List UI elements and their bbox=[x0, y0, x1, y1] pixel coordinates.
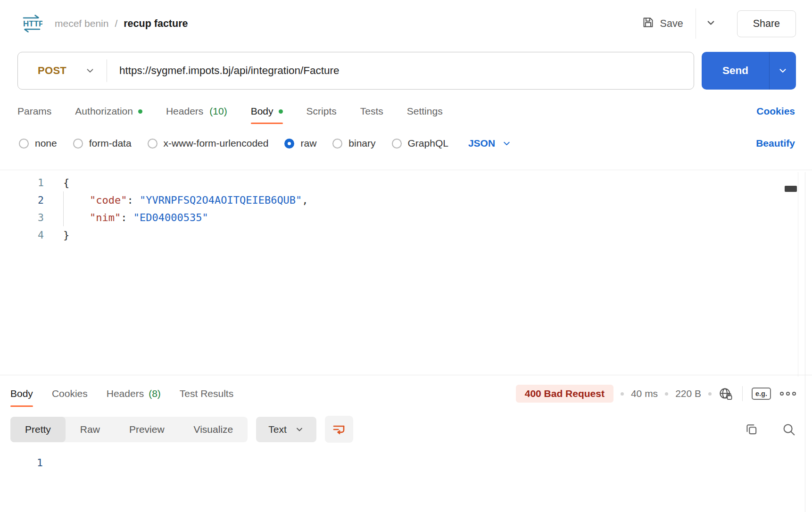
code-token: : bbox=[121, 212, 133, 223]
search-response-icon[interactable] bbox=[782, 422, 796, 437]
tab-headers-label: Headers bbox=[166, 106, 203, 117]
response-format-value: Text bbox=[268, 424, 287, 435]
meta-divider bbox=[742, 386, 743, 401]
copy-response-icon[interactable] bbox=[745, 422, 758, 436]
header-divider bbox=[696, 8, 696, 39]
response-meta: 400 Bad Request 40 ms 220 B e.g. bbox=[516, 385, 798, 403]
response-view-tabs: Pretty Raw Preview Visualize bbox=[10, 417, 248, 442]
response-toolbar: Pretty Raw Preview Visualize Text bbox=[0, 403, 812, 443]
breadcrumb-separator: / bbox=[115, 18, 117, 29]
editor-scrollbar-thumb[interactable] bbox=[785, 186, 797, 192]
example-badge[interactable]: e.g. bbox=[752, 388, 771, 400]
code-line: 3 "nim": "ED04000535" bbox=[0, 209, 812, 226]
tab-scripts[interactable]: Scripts bbox=[307, 106, 337, 117]
view-tab-raw[interactable]: Raw bbox=[66, 417, 115, 442]
cookies-link[interactable]: Cookies bbox=[756, 106, 795, 117]
code-token-value: "YVRNPFSQ2O4AOITQEIEB6QUB" bbox=[140, 194, 302, 206]
tab-body[interactable]: Body bbox=[251, 106, 283, 117]
tab-scripts-label: Scripts bbox=[307, 106, 337, 117]
code-line: 4 } bbox=[0, 226, 812, 244]
wrap-lines-button[interactable] bbox=[325, 416, 353, 443]
radio-none-label: none bbox=[35, 138, 57, 149]
radio-raw[interactable]: raw bbox=[284, 138, 316, 149]
share-button[interactable]: Share bbox=[737, 10, 796, 37]
request-header: HTTP mecef benin / recup facture Save Sh… bbox=[0, 0, 812, 47]
beautify-link[interactable]: Beautify bbox=[756, 138, 795, 149]
breadcrumb: mecef benin / recup facture bbox=[55, 18, 188, 30]
url-builder: POST bbox=[17, 52, 694, 90]
line-wrap-icon bbox=[331, 423, 346, 436]
line-number: 1 bbox=[0, 177, 44, 189]
view-tab-preview[interactable]: Preview bbox=[115, 417, 179, 442]
body-status-dot bbox=[279, 109, 283, 114]
radio-x-www-form-urlencoded[interactable]: x-www-form-urlencoded bbox=[148, 138, 269, 149]
radio-circle bbox=[19, 139, 29, 149]
response-format-selector[interactable]: Text bbox=[256, 417, 316, 442]
authorization-status-dot bbox=[138, 109, 142, 114]
meta-separator-dot bbox=[665, 392, 668, 396]
breadcrumb-request-name[interactable]: recup facture bbox=[124, 18, 188, 30]
radio-graphql[interactable]: GraphQL bbox=[392, 138, 448, 149]
response-headers-count-badge: (8) bbox=[149, 388, 161, 399]
save-options-chevron-button[interactable] bbox=[703, 15, 719, 33]
tab-tests[interactable]: Tests bbox=[360, 106, 383, 117]
method-selector[interactable]: POST bbox=[18, 65, 107, 77]
radio-urlencoded-label: x-www-form-urlencoded bbox=[164, 138, 269, 149]
tab-settings[interactable]: Settings bbox=[407, 106, 443, 117]
url-input[interactable] bbox=[107, 65, 694, 77]
view-tab-visualize[interactable]: Visualize bbox=[179, 417, 248, 442]
radio-circle bbox=[392, 139, 402, 149]
response-actions bbox=[745, 422, 796, 437]
http-request-logo-icon: HTTP bbox=[21, 14, 42, 33]
network-info-icon[interactable] bbox=[719, 387, 733, 401]
radio-binary-label: binary bbox=[348, 138, 375, 149]
line-number: 4 bbox=[0, 229, 44, 241]
radio-form-data-label: form-data bbox=[89, 138, 132, 149]
breadcrumb-collection[interactable]: mecef benin bbox=[55, 18, 108, 29]
response-time: 40 ms bbox=[631, 388, 658, 399]
code-line: 2 "code": "YVRNPFSQ2O4AOITQEIEB6QUB", bbox=[0, 191, 812, 209]
send-button[interactable]: Send bbox=[702, 52, 769, 90]
language-selector[interactable]: JSON bbox=[468, 138, 512, 149]
response-header: Body Cookies Headers (8) Test Results 40… bbox=[0, 375, 812, 403]
app-window: HTTP mecef benin / recup facture Save Sh… bbox=[0, 0, 812, 512]
indent-guide bbox=[63, 209, 90, 226]
request-tabs: Params Authorization Headers (10) Body S… bbox=[0, 90, 812, 117]
response-tab-body[interactable]: Body bbox=[10, 388, 33, 399]
radio-circle bbox=[73, 139, 83, 149]
tab-authorization[interactable]: Authorization bbox=[75, 106, 142, 117]
response-tab-headers[interactable]: Headers (8) bbox=[107, 388, 161, 399]
save-button[interactable]: Save bbox=[642, 16, 683, 32]
radio-binary[interactable]: binary bbox=[332, 138, 375, 149]
response-tab-body-label: Body bbox=[10, 388, 33, 399]
tab-authorization-label: Authorization bbox=[75, 106, 133, 117]
response-tab-test-results[interactable]: Test Results bbox=[180, 388, 233, 399]
tab-params-label: Params bbox=[17, 106, 51, 117]
code-token: : bbox=[127, 194, 140, 206]
radio-form-data[interactable]: form-data bbox=[73, 138, 132, 149]
view-tab-pretty[interactable]: Pretty bbox=[10, 417, 66, 442]
tab-body-label: Body bbox=[251, 106, 273, 117]
line-number-active: 1 bbox=[0, 457, 43, 469]
http-logo-label: HTTP bbox=[23, 19, 42, 28]
response-tab-cookies[interactable]: Cookies bbox=[52, 388, 88, 399]
request-body-editor[interactable]: 1 { 2 "code": "YVRNPFSQ2O4AOITQEIEB6QUB"… bbox=[0, 170, 812, 375]
radio-raw-label: raw bbox=[300, 138, 316, 149]
response-section: Body Cookies Headers (8) Test Results 40… bbox=[0, 375, 812, 471]
chevron-down-icon bbox=[502, 139, 512, 149]
send-options-chevron-button[interactable] bbox=[769, 52, 796, 90]
response-body-viewer[interactable]: 1 bbox=[0, 443, 812, 471]
tab-params[interactable]: Params bbox=[17, 106, 51, 117]
chevron-down-icon bbox=[778, 66, 788, 76]
chevron-down-icon bbox=[295, 425, 304, 434]
status-badge[interactable]: 400 Bad Request bbox=[516, 385, 613, 403]
radio-none[interactable]: none bbox=[19, 138, 57, 149]
radio-graphql-label: GraphQL bbox=[408, 138, 448, 149]
more-options-icon[interactable] bbox=[778, 390, 798, 397]
language-selector-value: JSON bbox=[468, 138, 495, 149]
method-label: POST bbox=[38, 65, 66, 77]
tab-headers[interactable]: Headers (10) bbox=[166, 106, 227, 117]
code-token-value: "ED04000535" bbox=[133, 212, 208, 223]
line-number-active: 2 bbox=[0, 194, 44, 206]
chevron-down-icon bbox=[85, 66, 95, 76]
